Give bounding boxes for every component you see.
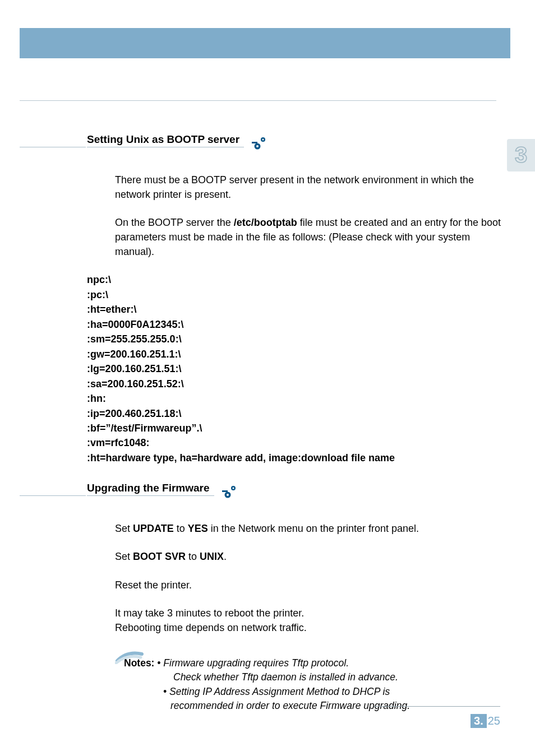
heading-left-rule — [20, 147, 86, 147]
bootptab-code: npc:\ :pc:\ :ht=ether:\ :ha=0000F0A12345… — [87, 272, 501, 465]
header-banner — [20, 28, 510, 58]
svg-point-2 — [256, 145, 259, 147]
t: UNIX — [200, 551, 224, 562]
svg-rect-0 — [252, 142, 257, 143]
t: to — [174, 523, 188, 534]
svg-rect-5 — [222, 490, 228, 492]
t: . — [224, 551, 227, 562]
notes-item2b: recommended in order to execute Firmware… — [170, 700, 410, 711]
notes-text: Notes: • Firmware upgrading requires Tft… — [124, 656, 501, 713]
section1-heading-row: Setting Unix as BOOTP server — [20, 133, 501, 156]
footer-rule — [374, 706, 500, 707]
t: UPDATE — [133, 523, 174, 534]
header-rule — [20, 100, 496, 101]
heading-ornament-icon — [252, 137, 266, 150]
section1-heading: Setting Unix as BOOTP server — [87, 133, 244, 147]
notes-swoosh-icon — [115, 650, 144, 664]
notes-block: Notes: • Firmware upgrading requires Tft… — [124, 656, 501, 713]
section2-step1: Set UPDATE to YES in the Network menu on… — [115, 521, 501, 536]
chapter-digit: 3 — [515, 142, 527, 167]
t: YES — [188, 523, 208, 534]
notes-item1a: • Firmware upgrading requires Tftp proto… — [157, 657, 349, 669]
svg-point-9 — [232, 488, 234, 489]
section2-heading-row: Upgrading the Firmware — [20, 482, 501, 504]
t: in the Network menu on the printer front… — [208, 523, 419, 534]
page-chapter: 3. — [471, 714, 487, 728]
heading-ornament-icon — [222, 486, 237, 498]
chapter-tab: 3 — [507, 139, 535, 171]
section2-step4: It may take 3 minutes to reboot the prin… — [115, 606, 501, 635]
section2-step2: Set BOOT SVR to UNIX. — [115, 549, 501, 564]
svg-point-4 — [262, 139, 264, 141]
section1-para1: There must be a BOOTP server present in … — [115, 173, 501, 202]
page-content: Setting Unix as BOOTP server There must … — [20, 133, 501, 713]
notes-item1b: Check whether Tftp daemon is installed i… — [173, 671, 398, 683]
s1p2-bold: /etc/bootptab — [234, 217, 297, 228]
svg-point-7 — [227, 494, 229, 496]
t: BOOT SVR — [133, 551, 186, 562]
section2-step3: Reset the printer. — [115, 578, 501, 592]
s1p2-pre: On the BOOTP server the — [115, 217, 234, 228]
page-sub: 25 — [488, 715, 500, 727]
t: Set — [115, 551, 133, 562]
t: to — [186, 551, 200, 562]
heading-left-rule — [20, 495, 86, 496]
section2-heading: Upgrading the Firmware — [87, 482, 214, 496]
section1-para2: On the BOOTP server the /etc/bootptab fi… — [115, 215, 501, 259]
page-number: 3.25 — [471, 714, 500, 728]
notes-item2a: • Setting IP Address Assignment Method t… — [163, 686, 390, 697]
chapter-number-icon: 3 — [513, 142, 529, 168]
t: Set — [115, 523, 133, 534]
